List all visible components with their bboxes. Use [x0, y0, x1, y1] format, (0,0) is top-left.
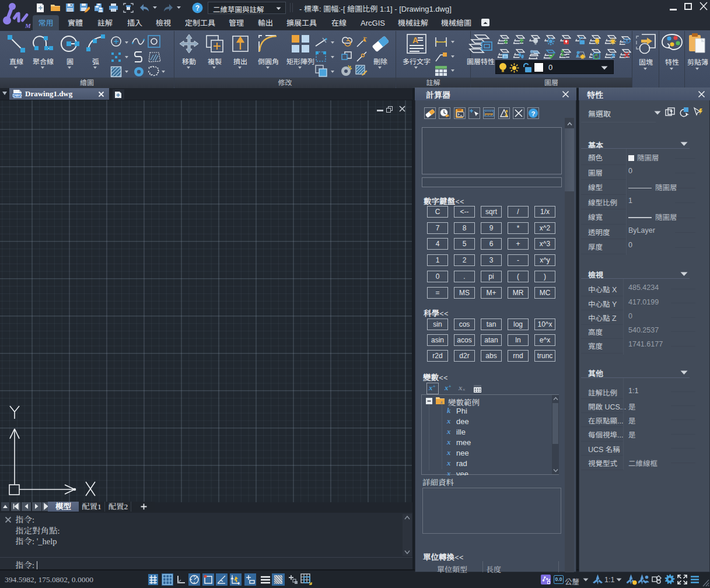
svg-text:M: M: [25, 22, 31, 29]
svg-text:?: ?: [531, 110, 535, 117]
svg-text:A: A: [412, 36, 418, 45]
svg-text:DWG: DWG: [13, 93, 22, 97]
svg-text:x: x: [440, 400, 443, 405]
svg-text:?: ?: [195, 4, 199, 12]
